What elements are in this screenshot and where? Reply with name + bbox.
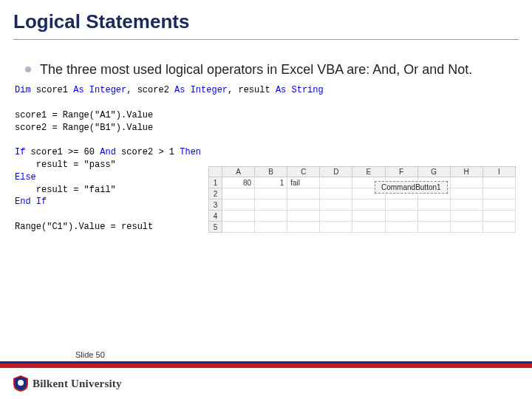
code-text: result = "fail" [15, 185, 116, 195]
university-name: Bilkent University [33, 378, 122, 390]
page-title: Logical Statements [0, 0, 532, 39]
keyword: End If [15, 197, 47, 207]
col-header: F [385, 167, 417, 177]
cell-b1: 1 [255, 177, 287, 188]
slide-number: Slide 50 [75, 350, 105, 359]
col-header: I [482, 167, 515, 177]
row-header: 2 [209, 188, 222, 200]
cell-a1: 80 [222, 177, 255, 188]
col-header: G [417, 167, 450, 177]
keyword: As String [276, 85, 324, 95]
code-text: Range("C1").Value = result [15, 222, 153, 232]
col-header: C [287, 167, 320, 177]
keyword: Dim [15, 85, 31, 95]
footer-bar [0, 364, 532, 368]
code-text: , result [228, 85, 276, 95]
bullet-icon [25, 66, 31, 72]
excel-grid: A B C D E F G H I 1 80 1 fail 2 3 4 5 [208, 166, 516, 233]
keyword: And [100, 147, 116, 157]
row-header: 5 [209, 222, 222, 233]
code-text: result = "pass" [15, 160, 116, 170]
col-header: H [450, 167, 482, 177]
row-header: 1 [209, 177, 222, 188]
code-text: score1 [31, 85, 74, 95]
col-header: B [255, 167, 287, 177]
command-button[interactable]: CommandButton1 [375, 181, 448, 194]
keyword: As Integer [73, 85, 126, 95]
col-header [209, 167, 222, 177]
code-text: score1 >= 60 [25, 147, 100, 157]
row-header: 4 [209, 211, 222, 222]
keyword: If [15, 147, 25, 157]
keyword: As Integer [174, 85, 228, 95]
code-text: score2 > 1 [116, 147, 180, 157]
excel-screenshot: A B C D E F G H I 1 80 1 fail 2 3 4 5 Co… [208, 166, 516, 233]
col-header: E [352, 167, 385, 177]
col-header: A [222, 167, 255, 177]
bullet-text: The three most used logical operators in… [40, 61, 472, 78]
col-header: D [320, 167, 352, 177]
shield-icon [13, 375, 28, 392]
bullet-item: The three most used logical operators in… [25, 61, 507, 78]
svg-point-0 [18, 380, 24, 386]
code-text: score2 = Range("B1").Value [15, 123, 153, 133]
code-text: , score2 [126, 85, 174, 95]
keyword: Then [180, 147, 201, 157]
code-text: score1 = Range("A1").Value [15, 110, 153, 120]
keyword: Else [15, 172, 36, 183]
logo: Bilkent University [13, 375, 122, 392]
row-header: 3 [209, 200, 222, 211]
cell-c1: fail [287, 177, 320, 188]
